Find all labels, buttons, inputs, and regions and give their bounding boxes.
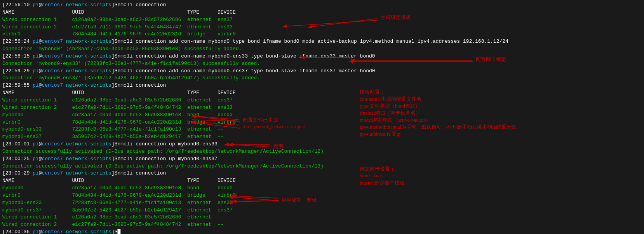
annotation-ipv4method: ipv4.method:manual为手动，默认自动，不开始手动后续手动ip配置…: [360, 124, 516, 131]
terminal-line: NAME UUID TYPE DEVICE: [2, 177, 642, 185]
terminal-line: mybond0-ens37 3a5967c2-5429-4b27-b50a-b2…: [2, 207, 642, 214]
terminal-line: Wired connection 1 c126a0a2-98be-3cad-a6…: [2, 16, 642, 24]
terminal-line: [22:59:55 pi@centos7 network-scripts]$nm…: [2, 82, 642, 89]
terminal-line: [23:00:25 pi@centos7 network-scripts]$nm…: [2, 155, 642, 163]
annotation-shengjmb: 生成绑定模板: [381, 14, 411, 21]
annotation-etcpath: /etc/sysconfig/network-scripts/: [243, 124, 305, 130]
terminal-line: [22:56:24 pi@centos7 network-scripts]$nm…: [2, 38, 642, 45]
annotation-mbpz: 模板配置：: [360, 89, 385, 96]
annotation-bdwkpz: 绑定网卡设置：: [360, 166, 395, 173]
terminal-output: [22:56:10 pi@centos7 network-scripts]$nm…: [2, 2, 642, 234]
terminal-line: Connection successfully activated (D-Bus…: [2, 163, 642, 170]
terminal-line: [22:59:29 pi@centos7 network-scripts]$nm…: [2, 68, 642, 75]
annotation-master: master:绑定哪个模板: [360, 180, 405, 187]
annotation-con-name: con-name:生成的配置文件名: [360, 96, 421, 103]
terminal-line: virbr0 78d4b484-d41d-4176-9679-ea4c220d2…: [2, 192, 642, 199]
terminal-line: mybond0 cb28aa17-c0a0-4bde-bc53-86d93839…: [2, 112, 642, 119]
terminal-line: Wired connection 2 e1c27fa9-7d11-3690-97…: [2, 221, 642, 229]
terminal-line: Wired connection 1 c126a0a2-98be-3cad-a6…: [2, 214, 642, 221]
terminal-line: Wired connection 1 c126a0a2-98be-3cad-a6…: [2, 97, 642, 104]
annotation-peizngkd: 配置网卡绑定: [476, 56, 506, 63]
terminal-line: mybond0 cb28aa17-c0a0-4bde-bc53-86d93839…: [2, 185, 642, 192]
terminal: [22:56:10 pi@centos7 network-scripts]$nm…: [0, 0, 644, 234]
terminal-line: mybond0-ens33 72288fc3-06e3-4777-a41e-f1…: [2, 126, 642, 133]
terminal-line: Connection 'mybond0-ens33' (72288fc3-06e…: [2, 60, 642, 68]
terminal-line: NAME UUID TYPE DEVICE: [2, 9, 642, 16]
terminal-line: mybond0-ens37 3a5967c2-5429-4b27-b50a-b2…: [2, 133, 642, 141]
terminal-line: virbr0 78d4b484-d41d-4176-9679-ea4c220d2…: [2, 119, 642, 126]
terminal-line: NAME UUID TYPE DEVICE: [2, 89, 642, 97]
terminal-line: Connection 'mybond0' (cb28aa17-c0a0-4bde…: [2, 45, 642, 53]
annotation-pzwjyscj: 配置文件已生成: [243, 117, 278, 124]
annotation-qiyong: 启用: [273, 143, 283, 150]
terminal-line: mybond0-ens33 72288fc3-06e3-4777-a41e-f1…: [2, 199, 642, 207]
terminal-line: Connection 'mybond0-ens37' (3a5967c2-542…: [2, 75, 642, 82]
terminal-line: Connection successfully activated (D-Bus…: [2, 148, 642, 155]
terminal-line: [23:00:36 pi@centos7 network-scripts]$█: [2, 229, 642, 234]
annotation-mode: mode:绑定模式（active-backup）: [360, 117, 431, 124]
annotation-type: type:文件类型（bond模式）: [360, 103, 420, 110]
annotation-bondslave: bond-slave: [360, 173, 382, 179]
terminal-line: virbr0 78d4b484-d41d-4176-9679-ea4c220d2…: [2, 31, 642, 38]
annotation-ipv4addr: ipv4.address:设置ip: [360, 131, 400, 138]
terminal-line: [22:58:15 pi@centos7 network-scripts]$nm…: [2, 53, 642, 60]
terminal-line: [23:00:01 pi@centos7 network-scripts]$nm…: [2, 141, 642, 148]
annotation-ifname: ifname:端口（网卡设备名）: [360, 110, 421, 117]
terminal-line: Wired connection 2 e1c27fa9-7d11-3690-97…: [2, 104, 642, 112]
terminal-line: [22:56:10 pi@centos7 network-scripts]$nm…: [2, 2, 642, 9]
terminal-line: [23:00:29 pi@centos7 network-scripts]$nm…: [2, 170, 642, 177]
terminal-line: Wired connection 2 e1c27fa9-7d11-3690-97…: [2, 24, 642, 31]
annotation-qiyongcg: 启用成功，变绿: [281, 197, 317, 204]
